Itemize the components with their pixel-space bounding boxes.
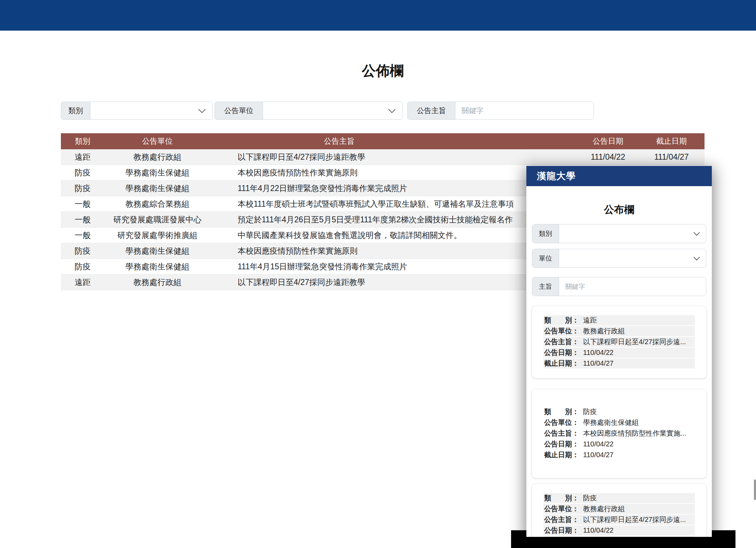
cell-unit: 學務處衛生保健組 [104,243,210,259]
top-navbar [0,0,756,31]
card-end-date-row: 截止日期： [543,536,695,537]
cell-subject: 111年4月15日辦理緊急突發性消毒作業完成照片 [210,259,578,274]
cell-end-date: 111/04/27 [638,149,705,165]
cell-subject: 本校111年度碩士班考試暨碩專班甄試入學正取生缺額、可遞補名單及注意事項 [210,196,578,212]
card-subject-label: 公告主旨： [544,429,579,438]
subject-label: 公告主旨 [408,102,455,119]
unit-filter-group: 公告單位 [215,102,403,120]
card-category-row: 類 別： 遠距 [543,315,695,325]
chevron-down-icon [693,254,700,260]
announcement-card[interactable]: 類 別： 防疫 公告單位： 教務處行政組 公告主旨： 以下課程即日起至4/27採… [532,484,706,537]
card-post-date-row: 公告日期： 110/04/22 [543,348,695,358]
announcement-card[interactable]: 類 別： 防疫 公告單位： 學務處衛生保健組 公告主旨： 本校因應疫情預防型性作… [532,389,706,478]
overlay-navbar: 漢龍大學 [526,166,712,186]
cell-unit: 學務處衛生保健組 [104,165,210,180]
card-unit-value: 教務處行政組 [583,326,625,336]
card-end-date-value: 110/04/27 [583,451,614,459]
scrollbar-thumb[interactable] [754,479,756,500]
cell-category: 防疫 [61,181,104,196]
cell-unit: 教務處綜合業務組 [104,196,210,212]
page-canvas: 公佈欄 類別 公告單位 公告主旨 類別 公告單位 公告主旨 公告日期 截止日期 [0,0,756,548]
card-end-date-value: 110/04/27 [583,359,614,367]
card-end-date-row: 截止日期： 110/04/27 [543,358,695,368]
announcement-card[interactable]: 類 別： 遠距 公告單位： 教務處行政組 公告主旨： 以下課程即日起至4/27採… [532,306,706,378]
card-post-date-label: 公告日期： [544,348,579,357]
card-end-date-label: 截止日期： [544,450,579,460]
card-post-date-value: 110/04/22 [583,349,614,357]
card-subject-row: 公告主旨： 以下課程即日起至4/27採同步遠... [543,337,695,347]
header-end-date: 截止日期 [638,133,705,149]
card-post-date-value: 110/04/22 [583,526,614,534]
table-row[interactable]: 遠距 教務處行政組 以下課程即日至4/27採同步遠距教學 111/04/22 1… [61,149,705,165]
cell-category: 一般 [61,228,104,243]
overlay-body: 公布欄 類別 單位 主旨 類 別： 遠距 [526,203,712,537]
card-post-date-row: 公告日期： 110/04/22 [543,525,695,535]
card-subject-label: 公告主旨： [544,515,579,524]
cell-category: 遠距 [61,275,104,290]
unit-select[interactable] [263,102,402,119]
cell-category: 一般 [61,196,104,212]
overlay-keyword-input[interactable] [559,277,706,296]
card-category-row: 類 別： 防疫 [543,407,695,417]
card-unit-label: 公告單位： [544,326,579,336]
card-subject-label: 公告主旨： [544,337,579,347]
card-category-label: 類 別： [544,316,579,325]
cell-subject: 以下課程即日至4/27採同步遠距教學 [210,149,578,165]
overlay-category-label: 類別 [532,224,559,243]
overlay-subject-filter-group: 主旨 [532,277,706,296]
card-end-date-row: 截止日期： 110/04/27 [543,450,695,460]
cell-unit: 學務處衛生保健組 [104,259,210,274]
cell-subject: 本校因應疫情預防性作業實施原則 [210,243,578,259]
table-header-row: 類別 公告單位 公告主旨 公告日期 截止日期 [61,133,705,149]
card-category-label: 類 別： [544,407,579,416]
overlay-unit-label: 單位 [532,249,559,268]
overlay-subject-label: 主旨 [532,277,559,296]
overlay-unit-select[interactable] [559,249,706,268]
category-select[interactable] [90,102,212,119]
cell-subject: 本校因應疫情預防性作業實施原則 [210,165,578,180]
cell-category: 一般 [61,212,104,227]
category-filter-group: 類別 [61,102,213,120]
filter-row: 類別 公告單位 公告主旨 [61,102,705,120]
card-subject-value: 以下課程即日起至4/27採同步遠... [583,337,686,347]
chevron-down-icon [693,229,700,236]
cell-subject: 中華民國產業科技發展協進會甄選說明會，敬請詳閱相關文件。 [210,228,578,243]
card-category-label: 類 別： [544,493,579,503]
university-brand: 漢龍大學 [537,170,576,182]
card-unit-label: 公告單位： [544,504,579,514]
card-category-value: 防疫 [583,407,597,416]
overlay-category-select[interactable] [559,224,706,243]
category-label: 類別 [61,102,90,119]
card-category-value: 防疫 [583,493,597,503]
subject-filter-group: 公告主旨 [407,102,594,120]
cell-category: 防疫 [61,165,104,180]
unit-label: 公告單位 [215,102,263,119]
page-title: 公佈欄 [61,61,705,80]
card-subject-value: 以下課程即日起至4/27採同步遠... [583,515,686,524]
mobile-overlay-panel: 漢龍大學 公布欄 類別 單位 主旨 類 別 [526,166,712,537]
cell-category: 遠距 [61,149,104,165]
card-unit-row: 公告單位： 教務處行政組 [543,326,695,336]
cell-subject: 以下課程即日至4/27採同步遠距教學 [210,275,578,290]
card-subject-row: 公告主旨： 以下課程即日起至4/27採同步遠... [543,515,695,525]
cell-unit: 學務處衛生保健組 [104,181,210,196]
cell-category: 防疫 [61,243,104,259]
card-post-date-label: 公告日期： [544,439,579,449]
header-category: 類別 [61,133,104,149]
card-unit-row: 公告單位： 教務處行政組 [543,504,695,514]
chevron-down-icon [388,106,396,113]
announcement-cards: 類 別： 遠距 公告單位： 教務處行政組 公告主旨： 以下課程即日起至4/27採… [532,306,706,537]
card-category-value: 遠距 [583,316,597,325]
card-end-date-label: 截止日期： [544,537,579,537]
cell-unit: 研究發展處職涯發展中心 [104,212,210,227]
cell-unit: 教務處行政組 [104,275,210,290]
cell-unit: 教務處行政組 [104,149,210,165]
keyword-input[interactable] [455,102,594,119]
card-post-date-label: 公告日期： [544,526,579,535]
chevron-down-icon [198,106,206,113]
card-unit-label: 公告單位： [544,418,579,427]
overlay-page-title: 公布欄 [532,203,706,217]
overlay-unit-filter-group: 單位 [532,249,706,268]
card-subject-value: 本校因應疫情預防型性作業實施... [583,429,686,438]
header-post-date: 公告日期 [578,133,638,149]
